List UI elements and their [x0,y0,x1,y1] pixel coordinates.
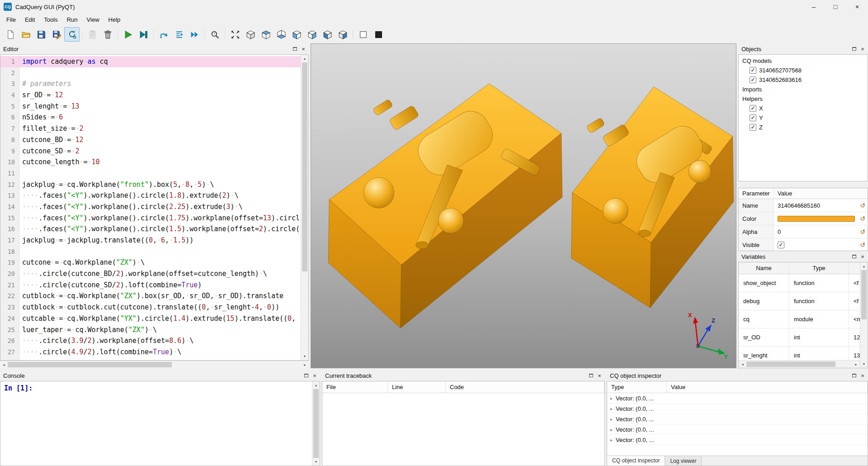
menu-item-tools[interactable]: Tools [39,15,62,24]
checkbox[interactable] [750,76,756,83]
scroll-thumb[interactable] [313,389,319,458]
editor-float-button[interactable] [291,45,298,52]
variables-close-button[interactable]: × [859,253,866,260]
maximize-button[interactable]: □ [825,0,846,14]
scroll-down-icon[interactable]: ▼ [301,352,308,360]
objects-float-button[interactable] [850,45,858,52]
viewport-3d[interactable]: X Z Y [311,43,736,368]
inspect-button[interactable]: ? [207,27,222,42]
scroll-thumb[interactable] [746,361,835,367]
editor-vscrollbar[interactable]: ▲ ▼ [301,55,308,360]
iso-view-button[interactable] [243,27,258,42]
step-in-button[interactable] [171,27,187,42]
debug-button[interactable] [136,27,151,42]
menu-item-edit[interactable]: Edit [20,15,39,24]
console-float-button[interactable] [302,372,310,379]
right-view-button[interactable] [335,27,350,42]
scroll-down-icon[interactable]: ▼ [860,360,868,368]
inspector-float-button[interactable] [850,372,858,379]
reset-button[interactable]: ↺ [858,238,868,251]
editor-hscrollbar[interactable]: ◄ ► [0,361,309,368]
variable-row-sr_lenght[interactable]: sr_lenghtint13 [739,347,860,360]
scroll-right-icon[interactable]: ► [852,361,860,368]
shaded-view-button[interactable] [355,27,371,42]
variable-row-show_object[interactable]: show_objectfunction<f [739,274,860,292]
scroll-thumb[interactable] [302,62,307,271]
color-swatch[interactable] [778,216,855,222]
editor-close-button[interactable]: × [300,45,307,52]
expand-icon[interactable]: ▸ [610,437,613,442]
inspector-row[interactable]: ▸Vector: (0.0, ... [607,424,868,435]
reset-button[interactable]: ↺ [858,212,868,225]
wireframe-view-button[interactable] [371,27,386,42]
new-file-button[interactable] [3,27,18,42]
menu-item-file[interactable]: File [2,15,20,24]
tree-item-z[interactable]: Z [739,123,868,132]
back-view-button[interactable] [304,27,320,42]
scroll-right-icon[interactable]: ► [301,361,309,368]
step-button[interactable] [156,27,171,42]
traceback-close-button[interactable]: × [596,372,603,379]
tree-item-x[interactable]: X [739,104,868,113]
expand-icon[interactable]: ▸ [610,427,613,432]
paste-button[interactable] [85,27,100,42]
scroll-thumb[interactable] [861,270,867,319]
scroll-up-icon[interactable]: ▲ [312,381,320,389]
scroll-left-icon[interactable]: ◄ [0,361,8,368]
reset-button[interactable]: ↺ [858,199,868,212]
objects-close-button[interactable]: × [859,45,866,52]
minimize-button[interactable]: – [803,0,825,14]
close-button[interactable]: × [846,0,868,14]
expand-icon[interactable]: ▸ [610,396,613,401]
tree-item-3140652707568[interactable]: 3140652707568 [739,66,868,75]
left-view-button[interactable] [320,27,335,42]
fit-view-button[interactable] [227,27,243,42]
save-button[interactable] [33,27,49,42]
continue-button[interactable] [187,27,202,42]
scroll-left-icon[interactable]: ◄ [739,361,746,368]
autoreload-button[interactable] [64,27,80,42]
scroll-up-icon[interactable]: ▲ [860,262,868,270]
tree-item-3140652683616[interactable]: 3140652683616 [739,75,868,85]
inspector-row[interactable]: ▸Vector: (0.0, ... [607,404,868,414]
tree-item-helpers[interactable]: Helpers [739,94,868,104]
tree-item-y[interactable]: Y [739,113,868,123]
console-close-button[interactable]: × [311,372,318,379]
inspector-row[interactable]: ▸Vector: (0.0, ... [607,393,868,404]
variables-vscrollbar[interactable]: ▲ ▼ [860,262,868,368]
checkbox[interactable] [778,242,784,248]
bottom-view-button[interactable] [274,27,289,42]
top-view-button[interactable] [258,27,274,42]
tree-item-cq-models[interactable]: CQ models [739,56,868,66]
open-file-button[interactable] [18,27,33,42]
variables-hscrollbar[interactable]: ◄ ► [739,360,860,368]
expand-icon[interactable]: ▸ [610,417,613,422]
traceback-float-button[interactable] [587,372,594,379]
variable-row-sr_OD[interactable]: sr_ODint12 [739,328,860,347]
front-view-button[interactable] [289,27,304,42]
menu-item-view[interactable]: View [82,15,104,24]
variables-float-button[interactable] [850,253,858,260]
expand-icon[interactable]: ▸ [610,406,613,411]
reset-button[interactable]: ↺ [858,225,868,238]
tree-item-imports[interactable]: Imports [739,85,868,94]
console-prompt[interactable]: In [1]: [0,381,312,466]
menu-item-run[interactable]: Run [62,15,82,24]
delete-button[interactable] [100,27,115,42]
checkbox[interactable] [750,105,756,112]
inspector-row[interactable]: ▸Vector: (0.0, ... [607,435,868,445]
checkbox[interactable] [750,67,756,74]
tab-log-viewer[interactable]: Log viewer [665,456,702,466]
checkbox[interactable] [750,114,756,121]
save-as-button[interactable] [49,27,64,42]
scroll-up-icon[interactable]: ▲ [301,55,308,62]
scroll-thumb[interactable] [8,362,172,367]
scroll-down-icon[interactable]: ▼ [312,458,320,466]
variable-row-debug[interactable]: debugfunction<f [739,292,860,310]
inspector-close-button[interactable]: × [859,372,866,379]
inspector-row[interactable]: ▸Vector: (0.0, ... [607,414,868,424]
menu-item-help[interactable]: Help [104,15,125,24]
render-button[interactable] [120,27,136,42]
editor-code[interactable]: 1import·cadquery·as·cq23# parameters4sr_… [0,55,301,360]
checkbox[interactable] [750,124,756,131]
